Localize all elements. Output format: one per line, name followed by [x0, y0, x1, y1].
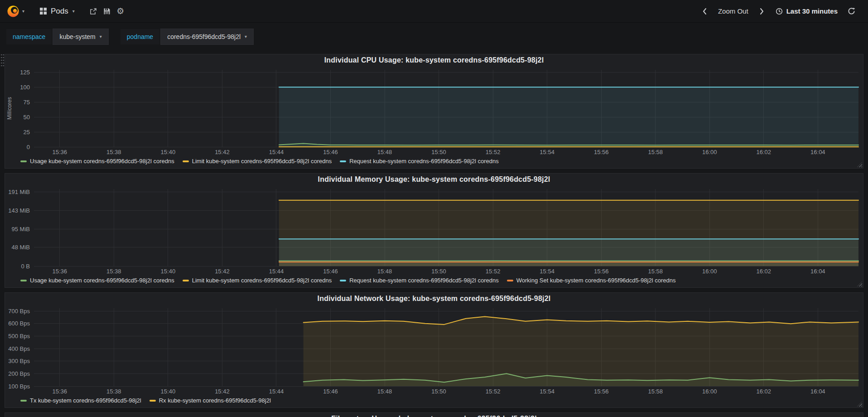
svg-text:15:58: 15:58: [648, 268, 663, 275]
legend-series-color-icon: [20, 160, 27, 162]
legend-series-label[interactable]: Request kube-system coredns-695f96dcd5-9…: [349, 277, 499, 284]
legend-item: Request kube-system coredns-695f96dcd5-9…: [340, 277, 499, 284]
legend-series-color-icon: [340, 160, 346, 162]
svg-text:15:52: 15:52: [486, 268, 501, 275]
svg-text:15:40: 15:40: [161, 149, 176, 155]
gear-icon: ⚙: [116, 7, 124, 15]
svg-text:15:56: 15:56: [594, 149, 609, 155]
svg-text:15:46: 15:46: [323, 268, 338, 275]
svg-text:15:52: 15:52: [486, 149, 501, 155]
template-variables-row: namespace kube-system ▾ podname coredns-…: [0, 23, 868, 45]
legend-series-color-icon: [183, 280, 189, 281]
panel-legend: Usage kube-system coredns-695f96dcd5-98j…: [5, 157, 863, 168]
podname-select[interactable]: coredns-695f96dcd5-98j2l ▾: [160, 29, 254, 45]
svg-text:0: 0: [27, 144, 30, 150]
svg-text:15:36: 15:36: [53, 388, 68, 395]
time-range-picker[interactable]: Last 30 minutes: [776, 7, 838, 15]
refresh-icon: [848, 7, 855, 15]
svg-text:15:46: 15:46: [323, 388, 338, 395]
svg-text:16:00: 16:00: [702, 268, 717, 275]
legend-item: Request kube-system coredns-695f96dcd5-9…: [340, 158, 499, 165]
svg-text:15:44: 15:44: [269, 388, 284, 395]
svg-text:15:50: 15:50: [431, 268, 446, 275]
network-usage-chart[interactable]: 100 Bps200 Bps300 Bps400 Bps500 Bps600 B…: [5, 305, 863, 396]
svg-text:500 Bps: 500 Bps: [8, 333, 30, 339]
navbar: ▾ Pods ▾: [0, 0, 868, 23]
svg-text:16:02: 16:02: [757, 388, 772, 395]
svg-text:15:48: 15:48: [377, 149, 392, 155]
panel-filesystem-usage: Filesystem Usage: kube-system coredns-69…: [5, 412, 863, 417]
memory-usage-chart[interactable]: 0 B48 MiB95 MiB143 MiB191 MiB15:3615:381…: [5, 185, 863, 276]
svg-text:Millicores: Millicores: [6, 97, 13, 120]
legend-series-label[interactable]: Usage kube-system coredns-695f96dcd5-98j…: [30, 158, 174, 165]
variable-podname: podname coredns-695f96dcd5-98j2l ▾: [121, 29, 254, 45]
legend-series-label[interactable]: Working Set kube-system coredns-695f96dc…: [516, 277, 676, 284]
panel-legend: Tx kube-system coredns-695f96dcd5-98j2lR…: [5, 396, 863, 407]
legend-series-label[interactable]: Limit kube-system coredns-695f96dcd5-98j…: [192, 158, 332, 165]
svg-text:15:56: 15:56: [594, 268, 609, 275]
legend-series-label[interactable]: Request kube-system coredns-695f96dcd5-9…: [349, 158, 499, 165]
svg-text:15:40: 15:40: [161, 268, 176, 275]
legend-series-color-icon: [149, 400, 156, 402]
namespace-value: kube-system: [59, 33, 95, 40]
svg-text:400 Bps: 400 Bps: [8, 345, 30, 352]
svg-text:15:42: 15:42: [215, 268, 230, 275]
legend-series-color-icon: [340, 280, 346, 281]
time-shift-back-button[interactable]: [698, 5, 711, 18]
svg-text:700 Bps: 700 Bps: [8, 308, 30, 315]
panel-title[interactable]: Individual Network Usage: kube-system co…: [5, 293, 863, 305]
cpu-usage-chart[interactable]: 025507510012515:3615:3815:4015:4215:4415…: [5, 66, 863, 157]
legend-item: Tx kube-system coredns-695f96dcd5-98j2l: [20, 397, 141, 404]
chevron-left-icon: [702, 8, 707, 15]
panel-memory-usage: Individual Memory Usage: kube-system cor…: [5, 173, 863, 288]
caret-down-icon: ▾: [22, 9, 24, 14]
settings-button[interactable]: ⚙: [114, 5, 127, 18]
svg-text:15:48: 15:48: [377, 388, 392, 395]
svg-text:15:52: 15:52: [486, 388, 501, 395]
legend-item: Limit kube-system coredns-695f96dcd5-98j…: [183, 277, 332, 284]
svg-text:15:42: 15:42: [215, 149, 230, 155]
panel-title[interactable]: Individual Memory Usage: kube-system cor…: [5, 174, 863, 185]
legend-series-label[interactable]: Tx kube-system coredns-695f96dcd5-98j2l: [30, 397, 141, 404]
svg-text:15:54: 15:54: [540, 388, 555, 395]
namespace-select[interactable]: kube-system ▾: [53, 29, 108, 45]
share-icon: [90, 8, 97, 15]
panel-cpu-usage: Individual CPU Usage: kube-system coredn…: [5, 54, 863, 169]
dashboard-picker[interactable]: Pods ▾: [40, 7, 75, 16]
svg-text:15:36: 15:36: [53, 149, 68, 155]
svg-text:15:44: 15:44: [269, 268, 284, 275]
grafana-menu-button[interactable]: ▾: [5, 4, 26, 19]
share-button[interactable]: [87, 5, 100, 18]
panel-title[interactable]: Individual CPU Usage: kube-system coredn…: [5, 54, 863, 66]
svg-text:75: 75: [24, 99, 30, 106]
time-shift-forward-button[interactable]: [755, 5, 769, 18]
zoom-out-button[interactable]: Zoom Out: [718, 7, 748, 15]
legend-series-label[interactable]: Rx kube-system coredns-695f96dcd5-98j2l: [159, 397, 271, 404]
refresh-button[interactable]: [844, 5, 858, 18]
svg-text:16:02: 16:02: [757, 149, 772, 155]
svg-text:15:54: 15:54: [540, 149, 555, 155]
row-drag-handle[interactable]: [0, 53, 5, 66]
svg-text:16:02: 16:02: [757, 268, 772, 275]
legend-series-label[interactable]: Limit kube-system coredns-695f96dcd5-98j…: [192, 277, 332, 284]
svg-text:600 Bps: 600 Bps: [8, 320, 30, 327]
svg-text:15:48: 15:48: [377, 268, 392, 275]
svg-text:143 MiB: 143 MiB: [8, 207, 30, 214]
svg-text:15:36: 15:36: [53, 268, 68, 275]
svg-text:16:04: 16:04: [810, 388, 825, 395]
caret-down-icon: ▾: [72, 9, 75, 14]
svg-text:0 B: 0 B: [21, 263, 30, 270]
svg-text:15:44: 15:44: [269, 149, 284, 155]
dashboard-grid-icon: [40, 8, 47, 15]
legend-series-label[interactable]: Usage kube-system coredns-695f96dcd5-98j…: [30, 277, 174, 284]
time-range-label: Last 30 minutes: [786, 7, 838, 15]
legend-series-color-icon: [20, 280, 27, 281]
save-button[interactable]: [100, 5, 114, 18]
panel-title[interactable]: Filesystem Usage: kube-system coredns-69…: [5, 413, 863, 417]
svg-text:15:38: 15:38: [106, 149, 121, 155]
dashboard: Individual CPU Usage: kube-system coredn…: [0, 45, 868, 417]
svg-text:15:58: 15:58: [648, 388, 663, 395]
panel-network-usage: Individual Network Usage: kube-system co…: [5, 292, 863, 408]
legend-item: Rx kube-system coredns-695f96dcd5-98j2l: [149, 397, 271, 404]
svg-text:15:54: 15:54: [540, 268, 555, 275]
